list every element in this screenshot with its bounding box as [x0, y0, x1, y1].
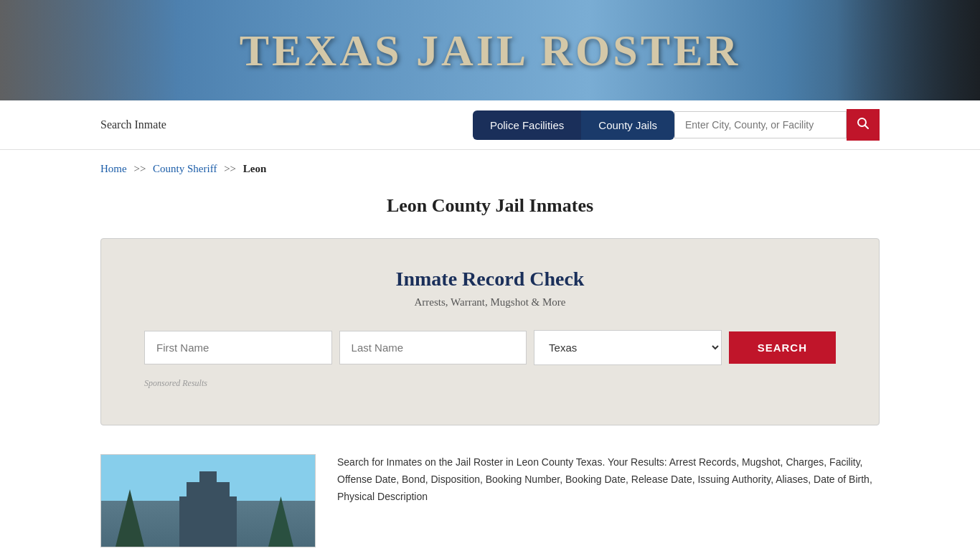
bottom-description: Search for Inmates on the Jail Roster in… — [337, 454, 880, 547]
tree-right-decoration — [268, 496, 293, 547]
svg-line-1 — [865, 126, 869, 129]
tree-left-decoration — [116, 489, 144, 547]
breadcrumb-sep-2: >> — [224, 163, 236, 174]
record-check-title: Inmate Record Check — [144, 268, 836, 291]
breadcrumb-home[interactable]: Home — [100, 163, 127, 174]
nav-right: Police Facilities County Jails — [473, 109, 880, 141]
bottom-section: Search for Inmates on the Jail Roster in… — [0, 440, 980, 551]
navbar: Search Inmate Police Facilities County J… — [0, 100, 980, 150]
breadcrumb-sep-1: >> — [133, 163, 146, 174]
record-check-form: Texas SEARCH — [144, 330, 836, 365]
breadcrumb: Home >> County Sheriff >> Leon — [0, 150, 980, 188]
police-facilities-button[interactable]: Police Facilities — [473, 110, 581, 140]
search-icon — [857, 117, 870, 130]
page-title: Leon County Jail Inmates — [0, 195, 980, 217]
header-banner: Texas Jail Roster — [0, 0, 980, 100]
breadcrumb-county-sheriff[interactable]: County Sheriff — [153, 163, 217, 174]
facility-image — [100, 454, 316, 547]
facility-search-button[interactable] — [847, 109, 880, 141]
record-check-card: Inmate Record Check Arrests, Warrant, Mu… — [100, 238, 880, 425]
search-inmate-label: Search Inmate — [100, 118, 166, 131]
first-name-input[interactable] — [144, 331, 332, 364]
facility-search-input[interactable] — [674, 111, 847, 138]
record-check-subtitle: Arrests, Warrant, Mugshot & More — [144, 296, 836, 309]
inmate-search-button[interactable]: SEARCH — [729, 331, 836, 364]
keys-decoration — [837, 0, 980, 100]
state-select[interactable]: Texas — [534, 330, 722, 365]
building-decoration — [179, 496, 237, 547]
capitol-decoration — [0, 0, 179, 100]
breadcrumb-current: Leon — [243, 163, 267, 174]
site-title: Texas Jail Roster — [240, 25, 741, 76]
last-name-input[interactable] — [339, 331, 527, 364]
page-title-wrap: Leon County Jail Inmates — [0, 188, 980, 231]
county-jails-button[interactable]: County Jails — [581, 110, 674, 140]
sponsored-label: Sponsored Results — [144, 378, 836, 389]
facility-image-inner — [101, 455, 315, 547]
